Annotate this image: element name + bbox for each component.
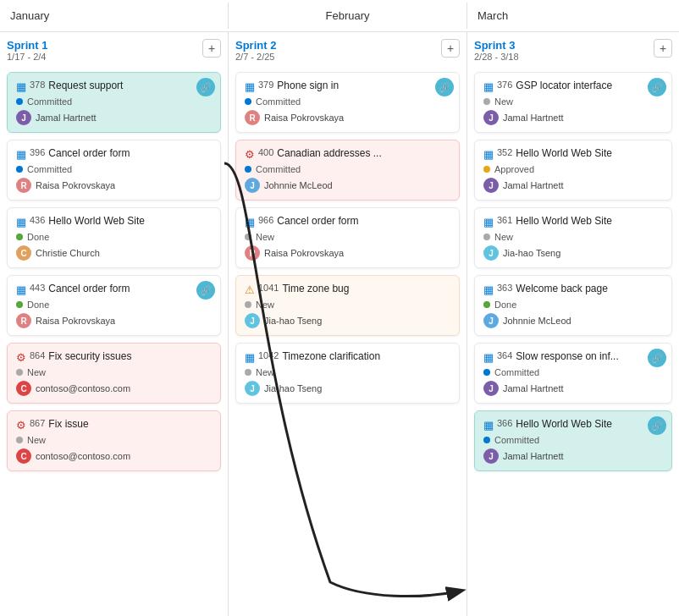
card-867-id: 867 [30,418,45,428]
link-icon-378[interactable]: 🔗 [196,78,215,96]
avatar-364: J [483,381,499,396]
card-376-top: ▦ 376 GSP locator interface [483,80,663,93]
card-443-assignee: R Raisa Pokrovskaya [16,313,212,328]
card-361-id: 361 [497,215,512,225]
card-864: ⚙ 864 Fix security issues New C contoso@… [7,343,221,404]
sprint2-add-button[interactable]: + [441,39,460,58]
assignee-361: Jia-hao Tseng [503,248,560,258]
card-352-status: Approved [483,164,663,174]
columns-container: Sprint 1 1/17 - 2/4 + 🔗 ▦ 378 Request su… [0,32,679,616]
card-966-id: 966 [258,215,273,225]
avatar-867: C [16,448,31,464]
card-966-top: ▦ 966 Cancel order form [245,215,450,228]
avatar-443: R [16,313,31,328]
card-400: ⚙ 400 Canadian addresses ... Committed J… [235,140,460,201]
card-443-status: Done [16,300,212,310]
sprint3-add-button[interactable]: + [654,39,672,58]
card-361-status: New [483,232,663,242]
card-443: 🔗 ▦ 443 Cancel order form Done R Raisa P… [7,275,221,336]
sprint1-name: Sprint 1 [7,39,47,52]
card-864-title: Fix security issues [48,350,212,364]
task-icon-376: ▦ [483,80,494,93]
assignee-376: Jamal Hartnett [503,113,564,123]
card-396: ▦ 396 Cancel order form Committed R Rais… [7,140,221,201]
status-dot-378 [16,98,23,105]
card-378-assignee: J Jamal Hartnett [16,110,212,125]
sprint1-add-button[interactable]: + [202,39,221,58]
link-icon-366[interactable]: 🔗 [648,416,666,435]
card-966-title: Cancel order form [277,215,450,228]
card-363-top: ▦ 363 Welcome back page [483,283,663,296]
status-text-378: Committed [27,96,72,107]
link-icon-376[interactable]: 🔗 [648,78,666,96]
link-icon-443[interactable]: 🔗 [196,281,215,300]
card-864-assignee: C contoso@contoso.com [16,381,212,396]
card-361: ▦ 361 Hello World Web Site New J Jia-hao… [474,207,672,268]
status-dot-366 [483,437,490,443]
assignee-379: Raisa Pokrovskaya [264,113,344,123]
card-352: ▦ 352 Hello World Web Site Approved J Ja… [474,140,672,201]
task-icon-361: ▦ [483,216,494,228]
status-text-376: New [494,96,513,107]
task-icon-867: ⚙ [16,419,26,432]
card-867: ⚙ 867 Fix issue New C contoso@contoso.co… [7,410,221,471]
status-text-352: Approved [494,164,534,174]
card-396-assignee: R Raisa Pokrovskaya [16,178,212,193]
assignee-363: Johnnie McLeod [503,316,571,326]
card-867-status: New [16,435,212,445]
status-text-966: New [256,232,274,242]
assignee-400: Johnnie McLeod [264,180,333,190]
task-icon-366: ▦ [483,419,494,432]
status-dot-396 [16,166,23,173]
avatar-396: R [16,178,31,193]
card-366-top: ▦ 366 Hello World Web Site [483,418,663,432]
avatar-352: J [483,178,499,193]
card-396-status: Committed [16,164,212,174]
sprint2-header: Sprint 2 2/7 - 2/25 + [235,39,460,62]
task-icon-378: ▦ [16,80,26,93]
status-text-396: Committed [27,164,72,174]
assignee-378: Jamal Hartnett [36,113,97,123]
card-379-title: Phone sign in [277,80,450,93]
card-366-status: Committed [483,435,663,445]
avatar-363: J [483,313,499,328]
card-1042-top: ▦ 1042 Timezone clarification [245,350,450,364]
assignee-366: Jamal Hartnett [503,451,564,461]
card-376-status: New [483,96,663,107]
link-icon-379[interactable]: 🔗 [435,78,454,96]
link-icon-364[interactable]: 🔗 [648,349,666,367]
card-966-assignee: R Raisa Pokrovskaya [245,245,450,261]
avatar-864: C [16,381,31,396]
month-label-jan: January [10,9,49,22]
card-364: 🔗 ▦ 364 Slow response on inf... Committe… [474,343,672,404]
avatar-1042: J [245,381,260,396]
card-400-assignee: J Johnnie McLeod [245,178,450,193]
assignee-966: Raisa Pokrovskaya [264,248,344,258]
avatar-966: R [245,245,260,261]
card-378-id: 378 [30,80,45,90]
card-376-id: 376 [497,80,512,90]
card-396-title: Cancel order form [48,147,212,161]
card-361-title: Hello World Web Site [516,215,663,228]
avatar-361: J [483,245,499,261]
column-january: Sprint 1 1/17 - 2/4 + 🔗 ▦ 378 Request su… [0,32,229,616]
card-400-id: 400 [258,147,273,157]
card-864-id: 864 [30,350,45,360]
card-378: 🔗 ▦ 378 Request support Committed J Jama… [7,72,221,133]
task-icon-379: ▦ [245,80,255,93]
card-366-title: Hello World Web Site [516,418,663,432]
card-376-title: GSP locator interface [516,80,663,93]
sprint3-name: Sprint 3 [474,39,519,52]
assignee-1041: Jia-hao Tseng [264,316,322,326]
card-352-title: Hello World Web Site [516,147,663,161]
card-364-assignee: J Jamal Hartnett [483,381,663,396]
status-text-364: Committed [494,367,539,377]
avatar-436: C [16,245,31,261]
status-text-867: New [27,435,46,445]
status-dot-436 [16,234,23,240]
assignee-867: contoso@contoso.com [36,451,130,461]
card-867-title: Fix issue [48,418,212,432]
card-376-assignee: J Jamal Hartnett [483,110,663,125]
card-363-id: 363 [497,283,512,293]
card-361-assignee: J Jia-hao Tseng [483,245,663,261]
